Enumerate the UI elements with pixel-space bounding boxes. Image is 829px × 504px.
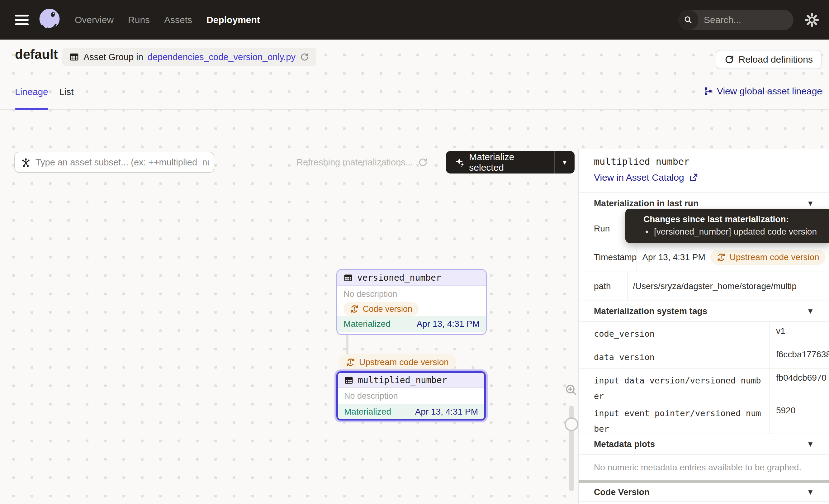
refresh-icon[interactable] xyxy=(418,157,428,167)
section-metadata-plots[interactable]: Metadata plots ▼ xyxy=(579,434,829,455)
collapse-caret-icon[interactable]: ▼ xyxy=(806,440,814,448)
svg-text:!: ! xyxy=(350,360,352,365)
materialized-timestamp: Apr 13, 4:31 PM xyxy=(415,407,478,417)
sparkle-icon xyxy=(454,157,465,168)
panel-resize-divider[interactable] xyxy=(579,480,829,483)
section-header-label: Metadata plots xyxy=(594,439,655,449)
asset-group-icon xyxy=(69,52,79,62)
op-selector-icon xyxy=(21,157,31,168)
path-label: path xyxy=(579,272,627,300)
lineage-canvas[interactable]: Refreshing materializations... Materiali… xyxy=(0,149,578,504)
collapse-caret-icon[interactable]: ▼ xyxy=(806,307,814,316)
refresh-status-label: Refreshing materializations... xyxy=(296,157,413,168)
asset-node-versioned-number[interactable]: versioned_number No description ! Code v… xyxy=(336,269,487,335)
settings-gear-icon[interactable] xyxy=(805,13,819,27)
asset-detail-panel: multiplied_number View in Asset Catalog … xyxy=(578,149,829,504)
search-icon xyxy=(678,10,698,30)
view-in-asset-catalog-link[interactable]: View in Asset Catalog xyxy=(594,172,698,183)
code-version-value-row: v1 xyxy=(579,501,829,504)
asset-name: multiplied_number xyxy=(358,375,447,385)
timestamp-row: Timestamp Apr 13, 4:31 PM ! Upstream cod… xyxy=(579,243,829,272)
tooltip-item: [versioned_number] updated code version xyxy=(643,227,825,237)
upstream-code-version-label: Upstream code version xyxy=(730,252,819,262)
asset-description: No description xyxy=(344,391,398,401)
table-icon xyxy=(344,376,354,385)
table-icon xyxy=(344,273,353,283)
code-version-badge: ! Code version xyxy=(344,302,419,316)
reload-location-icon[interactable] xyxy=(300,52,309,62)
svg-text:!: ! xyxy=(720,255,722,260)
view-in-asset-catalog-label: View in Asset Catalog xyxy=(594,172,684,183)
page-content: default Asset Group in dependencies_code… xyxy=(0,40,829,504)
asset-description: No description xyxy=(344,289,479,299)
materialize-selected-button[interactable]: Materialize selected ▾ xyxy=(446,151,575,174)
asset-subset-input[interactable] xyxy=(36,157,209,168)
global-search[interactable]: / xyxy=(678,10,793,30)
path-row: path /Users/sryza/dagster_home/storage/m… xyxy=(579,272,829,300)
refresh-status: Refreshing materializations... xyxy=(296,152,428,173)
timestamp-value: Apr 13, 4:31 PM xyxy=(642,252,705,262)
top-navbar: Overview Runs Assets Deployment / xyxy=(0,0,829,40)
metadata-plots-empty-message: No numeric metadata entries available to… xyxy=(579,455,829,480)
tag-key: data_version xyxy=(579,345,770,368)
reload-definitions-button[interactable]: Reload definitions xyxy=(716,50,822,69)
menu-icon[interactable] xyxy=(15,15,29,25)
materialized-status: Materialized xyxy=(344,407,391,417)
section-code-version[interactable]: Code Version ▼ xyxy=(579,483,829,501)
asset-group-prefix: Asset Group in xyxy=(83,52,143,62)
upstream-code-version-badge: ! Upstream code version xyxy=(710,250,826,265)
tag-value: fb04dcb6970 xyxy=(770,368,829,401)
code-version-icon: ! xyxy=(350,304,359,314)
storage-path-link[interactable]: /Users/sryza/dagster_home/storage/multip xyxy=(633,281,797,291)
panel-asset-title: multiplied_number xyxy=(594,156,689,167)
code-version-icon: ! xyxy=(717,253,726,262)
zoom-slider-handle[interactable] xyxy=(565,418,578,431)
tab-lineage[interactable]: Lineage xyxy=(15,86,48,97)
system-tag-row: data_version f6ccba177638 xyxy=(579,345,829,368)
section-header-label: Code Version xyxy=(594,487,650,497)
zoom-in-icon[interactable] xyxy=(564,383,579,397)
search-input[interactable] xyxy=(698,15,793,25)
view-global-lineage-link[interactable]: View global asset lineage xyxy=(703,86,822,97)
system-tag-row: input_event_pointer/versioned_number 592… xyxy=(579,401,829,434)
materialize-selected-label: Materialize selected xyxy=(469,152,548,173)
page-title: default xyxy=(15,47,58,62)
primary-nav: Overview Runs Assets Deployment xyxy=(75,15,260,25)
tag-key: code_version xyxy=(579,322,770,345)
code-location-link[interactable]: dependencies_code_version_only.py xyxy=(148,52,295,62)
tab-bar: Lineage List View global asset lineage xyxy=(0,81,829,110)
asset-subset-filter[interactable] xyxy=(14,152,214,173)
lineage-graph-icon xyxy=(703,86,713,96)
tab-list[interactable]: List xyxy=(59,86,74,97)
nav-item-deployment[interactable]: Deployment xyxy=(207,15,260,25)
tag-value: v1 xyxy=(770,322,829,345)
nav-item-overview[interactable]: Overview xyxy=(75,15,114,25)
page-header: default Asset Group in dependencies_code… xyxy=(0,40,829,81)
collapse-caret-icon[interactable]: ▼ xyxy=(806,488,814,497)
changes-tooltip: Changes since last materialization: [ver… xyxy=(625,209,829,243)
tooltip-title: Changes since last materialization: xyxy=(643,214,825,224)
nav-item-runs[interactable]: Runs xyxy=(128,15,150,25)
materialized-timestamp: Apr 13, 4:31 PM xyxy=(417,319,479,329)
timestamp-label: Timestamp xyxy=(579,243,637,272)
nav-item-assets[interactable]: Assets xyxy=(164,15,192,25)
asset-node-multiplied-number[interactable]: multiplied_number No description Materia… xyxy=(336,371,486,421)
external-link-icon xyxy=(689,173,698,183)
reload-definitions-label: Reload definitions xyxy=(739,54,813,65)
tag-key: input_data_version/versioned_number xyxy=(579,368,770,401)
active-tab-indicator xyxy=(15,108,48,110)
materialize-dropdown-caret[interactable]: ▾ xyxy=(555,158,575,167)
zoom-out-icon[interactable] xyxy=(564,503,579,504)
tag-value: f6ccba177638 xyxy=(770,345,829,368)
upstream-code-version-badge: ! Upstream code version xyxy=(338,354,456,370)
collapse-caret-icon[interactable]: ▼ xyxy=(806,199,814,208)
section-system-tags[interactable]: Materialization system tags ▼ xyxy=(579,300,829,321)
code-version-icon: ! xyxy=(346,358,355,367)
upstream-code-version-label: Upstream code version xyxy=(359,357,449,367)
tag-value: 5920 xyxy=(770,401,829,434)
svg-text:!: ! xyxy=(354,307,356,312)
dagster-logo-icon[interactable] xyxy=(37,7,62,33)
system-tag-row: input_data_version/versioned_number fb04… xyxy=(579,368,829,401)
section-header-label: Materialization system tags xyxy=(594,306,707,316)
tag-key: input_event_pointer/versioned_number xyxy=(579,401,770,434)
